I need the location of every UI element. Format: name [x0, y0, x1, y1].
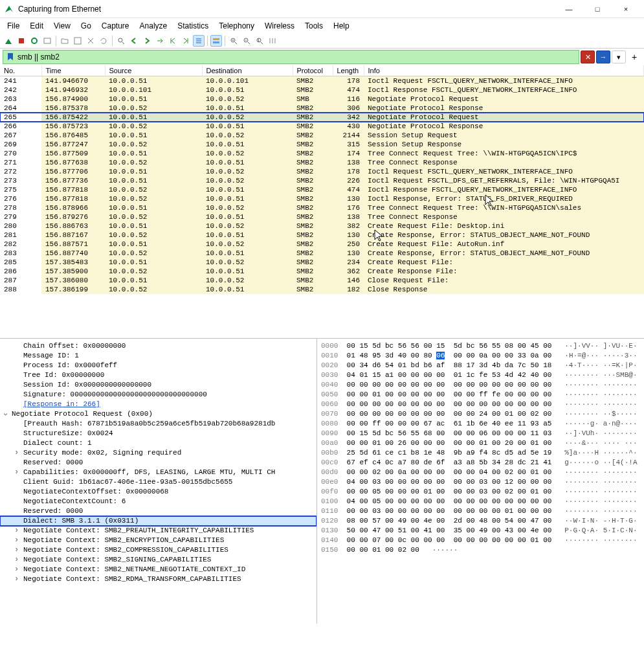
packet-row[interactable]: 286157.38590010.0.0.5210.0.0.51SMB2362Cr… — [0, 267, 644, 276]
add-filter-button[interactable]: + — [627, 51, 641, 63]
menu-wireless[interactable]: Wireless — [260, 19, 299, 32]
packet-row[interactable]: 267156.87648510.0.0.5110.0.0.52SMB22144S… — [0, 131, 644, 140]
tree-node[interactable]: Reserved: 0000 — [0, 506, 316, 516]
packet-row[interactable]: 271156.87763810.0.0.5210.0.0.51SMB2138Tr… — [0, 158, 644, 167]
hex-line[interactable]: 0150 00 00 01 00 02 00 ······ — [321, 545, 640, 555]
packet-row[interactable]: 285157.38548310.0.0.5110.0.0.52SMB2234Cr… — [0, 258, 644, 267]
hex-line[interactable]: 0040 00 00 00 00 00 00 00 00 00 00 00 00… — [321, 380, 640, 390]
hex-line[interactable]: 00b0 25 5d 61 ce c1 b8 1e 48 9b a9 f4 8c… — [321, 448, 640, 458]
tree-node[interactable]: Reserved: 0000 — [0, 458, 316, 468]
hex-line[interactable]: 0000 00 15 5d bc 56 56 00 15 5d bc 56 55… — [321, 341, 640, 351]
go-back-icon[interactable] — [128, 35, 140, 47]
tree-node[interactable]: Dialect count: 1 — [0, 438, 316, 448]
packet-row[interactable]: 283156.88774010.0.0.5210.0.0.51SMB2130Cr… — [0, 249, 644, 258]
packet-row[interactable]: 276156.87781810.0.0.5210.0.0.51SMB2130Io… — [0, 194, 644, 203]
zoom-in-icon[interactable] — [228, 35, 239, 47]
packet-list[interactable]: No.TimeSourceDestinationProtocolLengthIn… — [0, 65, 644, 339]
hex-line[interactable]: 0020 00 34 d6 54 01 bd b6 af 88 17 3d 4b… — [321, 361, 640, 370]
packet-row[interactable]: 287157.38608010.0.0.5110.0.0.52SMB2146Cl… — [0, 276, 644, 285]
hex-line[interactable]: 00f0 00 00 05 00 00 00 01 00 00 00 03 00… — [321, 487, 640, 497]
tree-node[interactable]: Negotiate Context: SMB2_NETNAME_NEGOTIAT… — [0, 565, 316, 574]
packet-row[interactable]: 273156.87773610.0.0.5110.0.0.52SMB2226Io… — [0, 176, 644, 185]
hex-line[interactable]: 0070 00 00 00 00 00 00 00 00 00 00 24 00… — [321, 409, 640, 419]
column-header[interactable]: Time — [41, 65, 105, 76]
colorize-icon[interactable] — [210, 35, 222, 47]
tree-node[interactable]: Negotiate Protocol Request (0x00) — [0, 409, 316, 419]
packet-row[interactable]: 270156.87750910.0.0.5110.0.0.52SMB2174Tr… — [0, 149, 644, 158]
hex-line[interactable]: 0010 01 48 95 3d 40 00 80 06 00 00 0a 00… — [321, 351, 640, 361]
packet-details-tree[interactable]: Chain Offset: 0x00000000Message ID: 1Pro… — [0, 339, 317, 624]
menu-go[interactable]: Go — [76, 19, 96, 32]
display-filter-input[interactable] — [3, 50, 579, 64]
hex-line[interactable]: 0130 50 00 47 00 51 00 41 00 35 00 49 00… — [321, 526, 640, 536]
autoscroll-icon[interactable] — [193, 35, 205, 47]
packet-row[interactable]: 275156.87781810.0.0.5210.0.0.51SMB2474Io… — [0, 185, 644, 194]
hex-line[interactable]: 00e0 04 00 03 00 00 00 00 00 00 00 03 00… — [321, 477, 640, 487]
start-capture-icon[interactable] — [3, 35, 14, 47]
packet-row[interactable]: 272156.87770610.0.0.5110.0.0.52SMB2178Io… — [0, 167, 644, 176]
save-file-icon[interactable] — [72, 35, 83, 47]
menu-view[interactable]: View — [49, 19, 75, 32]
hex-line[interactable]: 00a0 00 00 01 00 26 00 00 00 00 00 01 00… — [321, 438, 640, 448]
tree-node[interactable]: Signature: 00000000000000000000000000000… — [0, 390, 316, 400]
zoom-reset-icon[interactable]: 1 — [254, 35, 265, 47]
hex-line[interactable]: 0110 00 00 03 00 00 00 00 00 00 00 00 00… — [321, 506, 640, 516]
tree-node[interactable]: Chain Offset: 0x00000000 — [0, 341, 316, 351]
tree-node[interactable]: Negotiate Context: SMB2_SIGNING_CAPABILI… — [0, 555, 316, 565]
minimize-button[interactable]: — — [555, 0, 583, 18]
open-file-icon[interactable] — [59, 35, 71, 47]
tree-node[interactable]: Tree Id: 0x00000000 — [0, 370, 316, 380]
menu-analyze[interactable]: Analyze — [135, 19, 172, 32]
jump-to-icon[interactable] — [154, 35, 166, 47]
packet-bytes-hex[interactable]: 0000 00 15 5d bc 56 56 00 15 5d bc 56 55… — [317, 339, 644, 624]
tree-node[interactable]: Session Id: 0x0000000000000000 — [0, 380, 316, 390]
packet-row[interactable]: 288157.38619910.0.0.5210.0.0.51SMB2182Cl… — [0, 285, 644, 294]
hex-line[interactable]: 0060 00 00 00 00 00 00 00 00 00 00 00 00… — [321, 400, 640, 409]
menu-statistics[interactable]: Statistics — [173, 19, 213, 32]
find-icon[interactable] — [115, 35, 127, 47]
tree-node[interactable]: [Response in: 266] — [0, 400, 316, 409]
zoom-out-icon[interactable] — [241, 35, 252, 47]
menu-edit[interactable]: Edit — [25, 19, 48, 32]
packet-row[interactable]: 282156.88757110.0.0.5110.0.0.52SMB2250Cr… — [0, 240, 644, 249]
packet-row[interactable]: 278156.87896610.0.0.5110.0.0.52SMB2176Tr… — [0, 203, 644, 212]
hex-line[interactable]: 0090 00 15 5d bc 56 55 68 00 00 00 06 00… — [321, 429, 640, 438]
tree-node[interactable]: Negotiate Context: SMB2_RDMA_TRANSFORM_C… — [0, 574, 316, 584]
capture-options-icon[interactable] — [41, 35, 53, 47]
reload-icon[interactable] — [98, 35, 109, 47]
maximize-button[interactable]: □ — [583, 0, 612, 18]
hex-line[interactable]: 0100 04 00 05 00 00 00 00 00 00 00 00 00… — [321, 497, 640, 506]
tree-node[interactable]: Process Id: 0x0000feff — [0, 361, 316, 370]
packet-row[interactable]: 266156.87572310.0.0.5210.0.0.51SMB2430Ne… — [0, 122, 644, 131]
column-header[interactable]: Destination — [202, 65, 293, 76]
apply-filter-button[interactable]: → — [596, 51, 610, 63]
tree-node[interactable]: Dialect: SMB 3.1.1 (0x0311) — [0, 516, 316, 526]
filter-dropdown-button[interactable]: ▾ — [612, 51, 626, 63]
tree-node[interactable]: StructureSize: 0x0024 — [0, 429, 316, 438]
column-header[interactable]: Info — [364, 65, 644, 76]
column-header[interactable]: Protocol — [293, 65, 333, 76]
hex-line[interactable]: 0120 08 00 57 00 49 00 4e 00 2d 00 48 00… — [321, 516, 640, 526]
packet-row[interactable]: 279156.87927610.0.0.5210.0.0.51SMB2138Tr… — [0, 212, 644, 221]
tree-node[interactable]: NegotiateContextCount: 6 — [0, 497, 316, 506]
close-button[interactable]: × — [612, 0, 640, 18]
menu-help[interactable]: Help — [329, 19, 354, 32]
column-header[interactable]: Source — [105, 65, 202, 76]
tree-node[interactable]: Client Guid: 1b61ac67-406e-11ee-93a5-001… — [0, 477, 316, 487]
resize-columns-icon[interactable] — [267, 35, 278, 47]
packet-row[interactable]: 241141.94667010.0.0.5110.0.0.101SMB2178I… — [0, 76, 644, 86]
close-file-icon[interactable] — [85, 35, 96, 47]
packet-row[interactable]: 265156.87542210.0.0.5110.0.0.52SMB2342Ne… — [0, 113, 644, 122]
menu-capture[interactable]: Capture — [97, 19, 134, 32]
packet-row[interactable]: 263156.87490010.0.0.5110.0.0.52SMB116Neg… — [0, 95, 644, 104]
tree-node[interactable]: [Preauth Hash: 67871b519a8a0b5c259a6ce5f… — [0, 419, 316, 429]
menu-file[interactable]: File — [3, 19, 24, 32]
tree-node[interactable]: Capabilities: 0x000000ff, DFS, LEASING, … — [0, 468, 316, 477]
column-header[interactable]: No. — [0, 65, 41, 76]
hex-line[interactable]: 0080 00 00 ff 00 00 00 67 ac 61 1b 6e 40… — [321, 419, 640, 429]
packet-row[interactable]: 280156.88676310.0.0.5110.0.0.52SMB2382Cr… — [0, 221, 644, 231]
go-first-icon[interactable] — [167, 35, 179, 47]
hex-line[interactable]: 00c0 67 ef c4 0c a7 80 de 6f a3 a8 5b 34… — [321, 458, 640, 468]
hex-line[interactable]: 0050 00 00 01 00 00 00 00 00 00 00 ff fe… — [321, 390, 640, 400]
hex-line[interactable]: 00d0 00 00 02 00 0a 00 00 00 00 00 04 00… — [321, 468, 640, 477]
